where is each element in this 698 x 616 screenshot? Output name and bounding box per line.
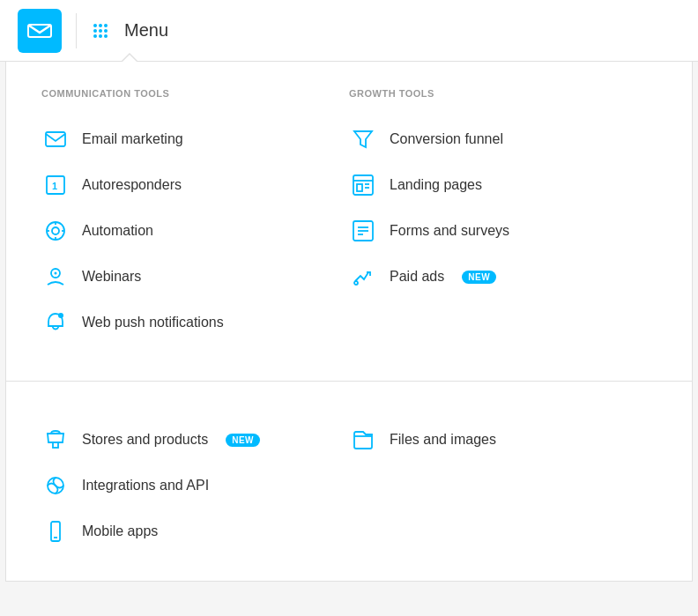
paid-ads-item[interactable]: Paid ads NEW: [349, 254, 657, 300]
forms-surveys-label: Forms and surveys: [390, 223, 509, 239]
automation-item[interactable]: Automation: [41, 208, 349, 254]
bottom-section: Stores and products NEW Integrations and…: [6, 399, 692, 581]
landing-pages-label: Landing pages: [390, 177, 482, 193]
email-marketing-label: Email marketing: [82, 131, 183, 147]
autoresponders-item[interactable]: 1 Autoresponders: [41, 162, 349, 208]
paid-ads-label: Paid ads: [390, 269, 444, 285]
svg-rect-27: [357, 184, 362, 191]
svg-point-9: [99, 34, 102, 38]
svg-point-15: [52, 227, 59, 234]
tools-row: COMMUNICATION TOOLS Email marketing: [41, 88, 657, 345]
header-divider: [76, 13, 77, 48]
webinars-label: Webinars: [82, 269, 141, 285]
ads-icon: [349, 263, 377, 291]
mobile-apps-item[interactable]: Mobile apps: [41, 508, 349, 554]
email-icon: [41, 125, 70, 153]
stores-products-item[interactable]: Stores and products NEW: [41, 417, 349, 463]
svg-point-10: [104, 34, 108, 38]
section-divider: [6, 381, 692, 382]
svg-point-34: [354, 281, 358, 285]
funnel-icon: [349, 125, 377, 153]
integrations-api-item[interactable]: Integrations and API: [41, 463, 349, 508]
svg-text:1: 1: [52, 181, 57, 191]
growth-tools-label: GROWTH TOOLS: [349, 88, 657, 99]
svg-point-2: [93, 24, 97, 27]
conversion-funnel-label: Conversion funnel: [390, 131, 503, 147]
autoresponder-icon: 1: [41, 171, 70, 199]
svg-point-24: [58, 313, 63, 318]
files-images-item[interactable]: Files and images: [349, 417, 657, 463]
stores-badge: NEW: [226, 434, 260, 447]
webinars-item[interactable]: Webinars: [41, 254, 349, 300]
bottom-left-col: Stores and products NEW Integrations and…: [41, 417, 349, 554]
grid-icon[interactable]: [91, 21, 110, 41]
files-images-label: Files and images: [390, 432, 496, 448]
integration-icon: [41, 471, 70, 500]
bottom-row: Stores and products NEW Integrations and…: [41, 417, 657, 554]
mobile-apps-label: Mobile apps: [82, 523, 158, 539]
menu-title: Menu: [124, 20, 168, 41]
svg-point-21: [55, 272, 57, 275]
stores-products-label: Stores and products: [82, 432, 208, 448]
svg-point-4: [104, 24, 108, 27]
web-push-item[interactable]: Web push notifications: [41, 300, 349, 345]
svg-point-7: [104, 29, 108, 33]
webinar-icon: [41, 263, 70, 291]
top-bar: Menu: [0, 0, 698, 62]
bottom-right-col: Files and images: [349, 417, 657, 554]
forms-icon: [349, 217, 377, 245]
autoresponders-label: Autoresponders: [82, 177, 182, 193]
paid-ads-badge: NEW: [462, 271, 496, 284]
svg-point-6: [99, 29, 102, 33]
mobile-icon: [41, 517, 70, 545]
svg-point-8: [93, 34, 97, 38]
communication-tools-col: COMMUNICATION TOOLS Email marketing: [41, 88, 349, 345]
email-marketing-item[interactable]: Email marketing: [41, 116, 349, 162]
svg-point-5: [93, 29, 97, 33]
main-section: COMMUNICATION TOOLS Email marketing: [6, 62, 692, 372]
growth-tools-col: GROWTH TOOLS Conversion funnel: [349, 88, 657, 345]
files-icon: [349, 426, 377, 454]
panel-arrow: [121, 53, 138, 62]
conversion-funnel-item[interactable]: Conversion funnel: [349, 116, 657, 162]
landing-pages-item[interactable]: Landing pages: [349, 162, 657, 208]
automation-label: Automation: [82, 223, 153, 239]
push-icon: [41, 308, 70, 337]
store-icon: [41, 426, 70, 454]
landing-icon: [349, 171, 377, 199]
svg-point-3: [99, 24, 102, 27]
logo[interactable]: [18, 9, 62, 53]
integrations-api-label: Integrations and API: [82, 478, 209, 494]
automation-icon: [41, 217, 70, 245]
communication-tools-label: COMMUNICATION TOOLS: [41, 88, 349, 99]
svg-rect-11: [46, 132, 65, 146]
web-push-label: Web push notifications: [82, 315, 224, 330]
forms-surveys-item[interactable]: Forms and surveys: [349, 208, 657, 254]
menu-panel: COMMUNICATION TOOLS Email marketing: [5, 62, 693, 582]
svg-rect-35: [53, 442, 58, 448]
